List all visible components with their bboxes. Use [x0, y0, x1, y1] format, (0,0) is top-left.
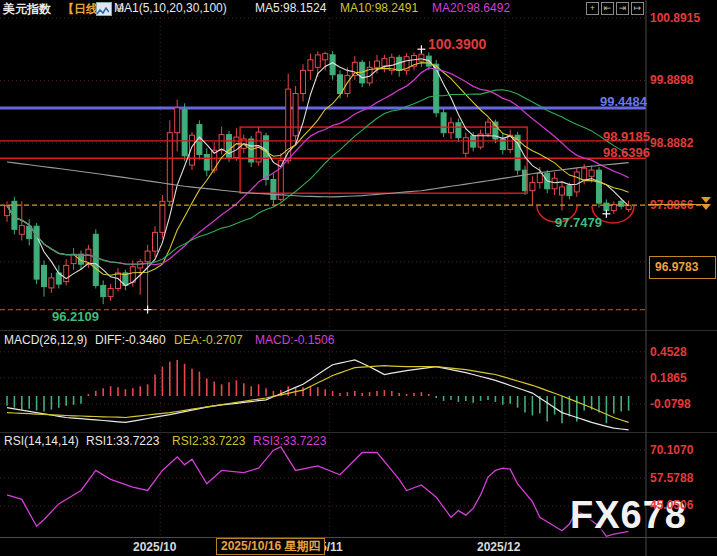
price-tick: 99.8898: [650, 73, 693, 87]
macd-tick: 0.1865: [650, 371, 687, 385]
price-tick: 100.8915: [650, 11, 700, 25]
rsi-tick: 70.1070: [650, 443, 693, 457]
price-tag-box: 96.9783: [649, 256, 716, 279]
rsi-tick: 57.5788: [650, 471, 693, 485]
rsi-tick: 45.0506: [650, 498, 693, 512]
scale-right-tool-icon[interactable]: ⇥: [616, 2, 629, 15]
macd-diff-value: DIFF:-0.3460: [95, 333, 166, 347]
low-price-label: 96.2109: [52, 309, 99, 324]
ma10-value: MA10:98.2491: [340, 1, 418, 15]
chart-svg[interactable]: [0, 0, 717, 556]
macd-value: MACD:-0.1506: [255, 333, 334, 347]
pivot-level-label: 99.4484: [600, 94, 647, 109]
date-tooltip: 2025/10/16 星期四: [216, 538, 325, 555]
ma-settings-label: MA1(5,10,20,30,100): [114, 1, 227, 15]
recent-low-price-label: 97.7479: [555, 215, 602, 230]
symbol-name: 美元指数: [3, 1, 51, 18]
rsi3-value: RSI3:33.7223: [253, 434, 326, 448]
macd-dea-value: DEA:-0.2707: [174, 333, 243, 347]
month-label: 2025/12: [477, 540, 520, 554]
move-tool-icon[interactable]: +: [586, 2, 599, 15]
rsi1-value: RSI1:33.7223: [86, 434, 159, 448]
macd-tick: 0.4528: [650, 345, 687, 359]
price-tick: 97.8866: [650, 198, 693, 212]
chart-thumbnail-icon[interactable]: [96, 2, 112, 16]
scale-left-tool-icon[interactable]: ⇤: [601, 2, 614, 15]
month-label: 2025/10: [133, 540, 176, 554]
macd-title: MACD(26,12,9): [4, 333, 87, 347]
price-marker-icon[interactable]: [701, 204, 711, 210]
trading-chart-app: 美元指数 【日线】 ⊕ MA1(5,10,20,30,100) MA5:98.1…: [0, 0, 717, 556]
price-marker-icon[interactable]: [701, 197, 711, 203]
rsi2-value: RSI2:33.7223: [172, 434, 245, 448]
peak-price-label: 100.3900: [428, 36, 486, 52]
rsi-title: RSI(14,14,14): [4, 434, 79, 448]
price-tick: 98.8882: [650, 136, 693, 150]
ma5-value: MA5:98.1524: [255, 1, 326, 15]
resistance1-label: 98.9185: [603, 129, 650, 144]
resistance2-label: 98.6396: [603, 145, 650, 160]
pan-right-tool-icon[interactable]: ↦: [631, 2, 644, 15]
ma20-value: MA20:98.6492: [432, 1, 510, 15]
macd-tick: -0.0798: [650, 397, 691, 411]
